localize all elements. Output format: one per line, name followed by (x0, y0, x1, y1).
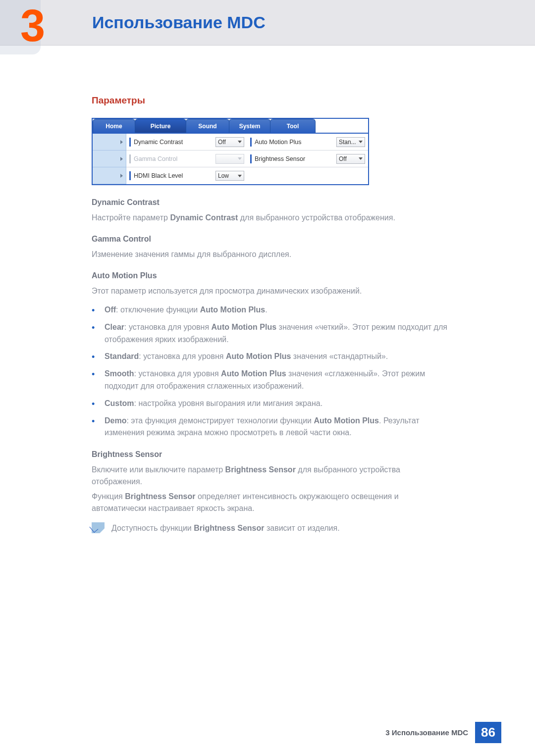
text-bold: Dynamic Contrast (170, 213, 238, 222)
paragraph: Функция Brightness Sensor определяет инт… (92, 491, 451, 514)
text-bold: Auto Motion Plus (314, 416, 379, 425)
dropdown-dynamic-contrast[interactable]: Off (215, 137, 244, 147)
chevron-down-icon (359, 157, 363, 160)
paragraph: Этот параметр используется для просмотра… (92, 285, 451, 297)
setting-dynamic-contrast: Dynamic Contrast Off (126, 134, 247, 150)
text-bold: Auto Motion Plus (212, 323, 277, 331)
dropdown-value: Off (218, 139, 226, 146)
app-right-pane: Dynamic Contrast Off Auto Motion Plus St… (126, 134, 368, 184)
text: значения «стандартный». (291, 352, 388, 360)
nav-row[interactable] (93, 167, 126, 184)
setting-label: Dynamic Contrast (134, 139, 213, 146)
list-item: Smooth: установка для уровня Auto Motion… (105, 368, 451, 393)
nav-row[interactable] (93, 134, 126, 151)
subsection-dynamic-contrast: Dynamic Contrast (92, 198, 451, 207)
page-footer: 3 Использование MDC 86 (385, 722, 501, 743)
tab-picture[interactable]: Picture (135, 119, 186, 133)
page-number: 86 (475, 722, 501, 743)
text-bold: Clear (105, 323, 124, 331)
list-item: Custom: настройка уровня выгорания или м… (105, 398, 451, 410)
chevron-down-icon (238, 141, 242, 143)
text: для выбранного устройства отображения. (238, 213, 395, 222)
chevron-down-icon (238, 175, 242, 177)
text-bold: Custom (105, 399, 134, 407)
dropdown-brightness-sensor[interactable]: Off (336, 154, 365, 164)
chevron-right-icon (120, 157, 123, 161)
text: : установка для уровня (134, 369, 221, 378)
tab-tool[interactable]: Tool (270, 119, 316, 133)
chevron-down-icon (238, 157, 242, 160)
app-tab-bar: Home Picture Sound System Tool (93, 119, 368, 133)
text: Доступность функции (111, 524, 194, 532)
text-bold: Smooth (105, 369, 134, 378)
text: : установка для уровня (124, 323, 212, 331)
text: : отключение функции (116, 305, 200, 314)
text: Функция (92, 492, 125, 501)
indicator-bar (250, 154, 252, 163)
setting-hdmi-black-level: HDMI Black Level Low (126, 167, 247, 184)
text-bold: Auto Motion Plus (200, 305, 266, 314)
tab-sound[interactable]: Sound (186, 119, 229, 133)
chapter-number: 3 (20, 3, 45, 48)
chevron-down-icon (359, 141, 363, 143)
empty-cell (247, 167, 368, 184)
section-title: Параметры (92, 95, 451, 106)
text: : установка для уровня (139, 352, 226, 360)
text: Включите или выключите параметр (92, 465, 225, 474)
app-screenshot: Home Picture Sound System Tool (92, 118, 369, 185)
tab-system[interactable]: System (229, 119, 270, 133)
note-block: Доступность функции Brightness Sensor за… (92, 522, 451, 537)
paragraph: Включите или выключите параметр Brightne… (92, 464, 451, 488)
app-row: Dynamic Contrast Off Auto Motion Plus St… (126, 134, 368, 151)
text-bold: Auto Motion Plus (221, 369, 286, 378)
nav-row[interactable] (93, 151, 126, 167)
list-item: Standard: установка для уровня Auto Moti… (105, 351, 451, 363)
paragraph: Настройте параметр Dynamic Contrast для … (92, 212, 451, 224)
setting-label: Gamma Control (134, 155, 213, 162)
chapter-header: 3 Использование MDC (0, 0, 535, 46)
text-bold: Brightness Sensor (125, 492, 195, 501)
dropdown-hdmi-black-level[interactable]: Low (215, 171, 244, 181)
text-bold: Auto Motion Plus (226, 352, 291, 360)
chapter-title: Использование MDC (92, 13, 266, 32)
indicator-bar (129, 138, 131, 147)
setting-label: Brightness Sensor (255, 155, 333, 162)
text-bold: Demo (105, 416, 126, 425)
chapter-badge: 3 (0, 0, 79, 45)
note-text: Доступность функции Brightness Sensor за… (111, 522, 340, 534)
text-bold: Brightness Sensor (194, 524, 264, 532)
text-bold: Standard (105, 352, 139, 360)
chevron-right-icon (120, 140, 123, 144)
setting-label: HDMI Black Level (134, 172, 213, 179)
app-row: HDMI Black Level Low (126, 167, 368, 184)
setting-gamma-control: Gamma Control (126, 151, 247, 167)
footer-chapter-label: 3 Использование MDC (385, 728, 468, 737)
text: зависит от изделия. (265, 524, 340, 532)
text: . (265, 305, 267, 314)
dropdown-value: Off (339, 155, 347, 162)
amp-bullet-list: Off: отключение функции Auto Motion Plus… (92, 304, 451, 439)
dropdown-value: Low (218, 172, 229, 179)
indicator-bar (129, 154, 131, 163)
setting-label: Auto Motion Plus (255, 139, 333, 146)
dropdown-value: Stan... (339, 139, 356, 146)
dropdown-gamma-control (215, 154, 244, 164)
indicator-bar (129, 171, 131, 180)
app-row: Gamma Control Brightness Sensor Off (126, 151, 368, 167)
tab-home[interactable]: Home (93, 119, 135, 133)
text: Настройте параметр (92, 213, 170, 222)
text: : эта функция демонстрирует технологии ф… (126, 416, 314, 425)
text: : настройка уровня выгорания или мигания… (134, 399, 323, 407)
list-item: Demo: эта функция демонстрирует технолог… (105, 415, 451, 440)
subsection-brightness-sensor: Brightness Sensor (92, 450, 451, 459)
setting-auto-motion-plus: Auto Motion Plus Stan... (247, 134, 368, 150)
text-bold: Brightness Sensor (225, 465, 296, 474)
chevron-right-icon (120, 174, 123, 178)
list-item: Clear: установка для уровня Auto Motion … (105, 321, 451, 346)
dropdown-auto-motion-plus[interactable]: Stan... (336, 137, 365, 147)
note-icon (92, 522, 105, 533)
app-left-pane (93, 134, 126, 184)
list-item: Off: отключение функции Auto Motion Plus… (105, 304, 451, 316)
subsection-gamma-control: Gamma Control (92, 235, 451, 244)
subsection-auto-motion-plus: Auto Motion Plus (92, 271, 451, 280)
